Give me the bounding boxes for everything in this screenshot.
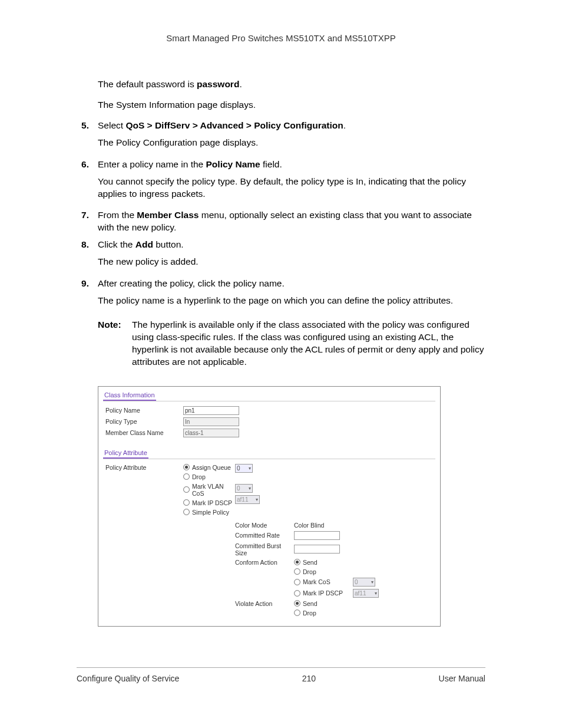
- note-text: The hyperlink is available only if the c…: [132, 319, 485, 368]
- step-5-follow: The Policy Configuration page displays.: [98, 137, 485, 149]
- password-literal: password: [197, 79, 239, 89]
- radio-conform-mark-ip[interactable]: [294, 590, 300, 597]
- policy-name-label: Policy Name: [105, 407, 183, 414]
- text: .: [239, 79, 242, 89]
- chevron-down-icon: ▾: [256, 497, 258, 502]
- policy-type-label: Policy Type: [105, 418, 183, 425]
- conform-mark-cos-select[interactable]: 0 ▾: [353, 578, 375, 587]
- page-footer: Configure Quality of Service 210 User Ma…: [77, 667, 485, 683]
- chevron-down-icon: ▾: [375, 591, 377, 596]
- text: From the: [98, 210, 137, 220]
- radio-conform-drop[interactable]: [294, 568, 300, 575]
- chevron-down-icon: ▾: [249, 486, 251, 491]
- conform-send-label: Send: [303, 559, 318, 566]
- radio-simple-policy[interactable]: [183, 509, 190, 515]
- select-value: 0: [355, 579, 358, 585]
- step-8: Click the Add button. The new policy is …: [77, 239, 485, 268]
- menu-path: QoS > DiffServ > Advanced > Policy Confi…: [125, 120, 343, 130]
- conform-mark-cos-label: Mark CoS: [303, 578, 330, 585]
- committed-rate-input[interactable]: [294, 531, 340, 540]
- section-policy-attribute: Policy Attribute: [103, 448, 148, 459]
- text: Click the: [98, 239, 135, 249]
- text: button.: [153, 239, 184, 249]
- radio-mark-ip-label: Mark IP DSCP: [192, 499, 232, 506]
- committed-burst-label: Committed Burst Size: [235, 542, 294, 556]
- member-class-label: Member Class Name: [105, 429, 183, 436]
- violate-action-label: Violate Action: [235, 600, 294, 607]
- color-mode-value: Color Blind: [294, 522, 324, 529]
- select-value: 0: [237, 485, 240, 492]
- color-mode-label: Color Mode: [235, 522, 294, 529]
- policy-name-input[interactable]: pn1: [183, 406, 239, 415]
- radio-mark-vlan-cos[interactable]: [183, 486, 190, 493]
- button-name: Add: [135, 239, 153, 249]
- radio-violate-send[interactable]: [294, 600, 300, 607]
- note-label: Note:: [98, 319, 132, 368]
- policy-type-input: In: [183, 417, 239, 426]
- select-value: af11: [237, 496, 248, 503]
- footer-right: User Manual: [439, 674, 485, 683]
- field-name: Policy Name: [206, 159, 260, 169]
- step-8-follow: The new policy is added.: [98, 256, 485, 268]
- text: Enter a policy name in the: [98, 159, 206, 169]
- committed-burst-input[interactable]: [294, 545, 340, 554]
- page-header: Smart Managed Pro Switches MS510TX and M…: [77, 33, 485, 43]
- select-value: 0: [237, 465, 240, 472]
- committed-rate-label: Committed Rate: [235, 532, 294, 539]
- conform-mark-ip-label: Mark IP DSCP: [303, 589, 343, 597]
- conform-action-label: Conform Action: [235, 559, 294, 566]
- step-5: Select QoS > DiffServ > Advanced > Polic…: [77, 120, 485, 149]
- select-value: af11: [355, 590, 366, 597]
- policy-attribute-label: Policy Attribute: [105, 463, 183, 517]
- conform-mark-ip-select[interactable]: af11 ▾: [353, 589, 379, 598]
- radio-assign-queue-label: Assign Queue: [192, 464, 231, 471]
- radio-mark-ip-dscp[interactable]: [183, 499, 190, 506]
- radio-simple-label: Simple Policy: [192, 509, 229, 516]
- radio-drop[interactable]: [183, 473, 190, 480]
- note-block: Note: The hyperlink is available only if…: [98, 319, 485, 368]
- footer-page-number: 210: [302, 674, 316, 683]
- radio-conform-mark-cos[interactable]: [294, 579, 300, 585]
- chevron-down-icon: ▾: [371, 579, 373, 585]
- text: After creating the policy, click the pol…: [98, 278, 285, 288]
- mark-ip-select[interactable]: af11 ▾: [235, 495, 260, 504]
- radio-mark-vlan-label: Mark VLAN CoS: [192, 483, 235, 497]
- screenshot-figure: Class Information Policy Name pn1 Policy…: [98, 386, 441, 627]
- step-7: From the Member Class menu, optionally s…: [77, 209, 485, 234]
- step-9-follow: The policy name is a hyperlink to the pa…: [98, 295, 485, 307]
- intro-line-2: The System Information page displays.: [98, 99, 485, 111]
- mark-vlan-select[interactable]: 0 ▾: [235, 484, 253, 493]
- text: field.: [260, 159, 282, 169]
- radio-violate-drop[interactable]: [294, 610, 300, 616]
- step-9: After creating the policy, click the pol…: [77, 278, 485, 307]
- assign-queue-select[interactable]: 0 ▾: [235, 464, 253, 473]
- footer-left: Configure Quality of Service: [77, 674, 179, 683]
- section-class-information: Class Information: [103, 390, 156, 401]
- violate-drop-label: Drop: [303, 610, 316, 617]
- step-6-follow: You cannot specify the policy type. By d…: [98, 176, 485, 200]
- step-6: Enter a policy name in the Policy Name f…: [77, 159, 485, 200]
- intro-line-1: The default password is password.: [98, 78, 485, 91]
- conform-drop-label: Drop: [303, 568, 316, 575]
- menu-name: Member Class: [137, 210, 199, 220]
- text: Select: [98, 120, 125, 130]
- member-class-input: class-1: [183, 429, 239, 437]
- violate-send-label: Send: [303, 600, 318, 607]
- radio-conform-send[interactable]: [294, 559, 300, 565]
- text: The default password is: [98, 79, 197, 89]
- chevron-down-icon: ▾: [249, 466, 251, 471]
- radio-assign-queue[interactable]: [183, 464, 190, 470]
- text: .: [343, 120, 346, 130]
- radio-drop-label: Drop: [192, 473, 206, 480]
